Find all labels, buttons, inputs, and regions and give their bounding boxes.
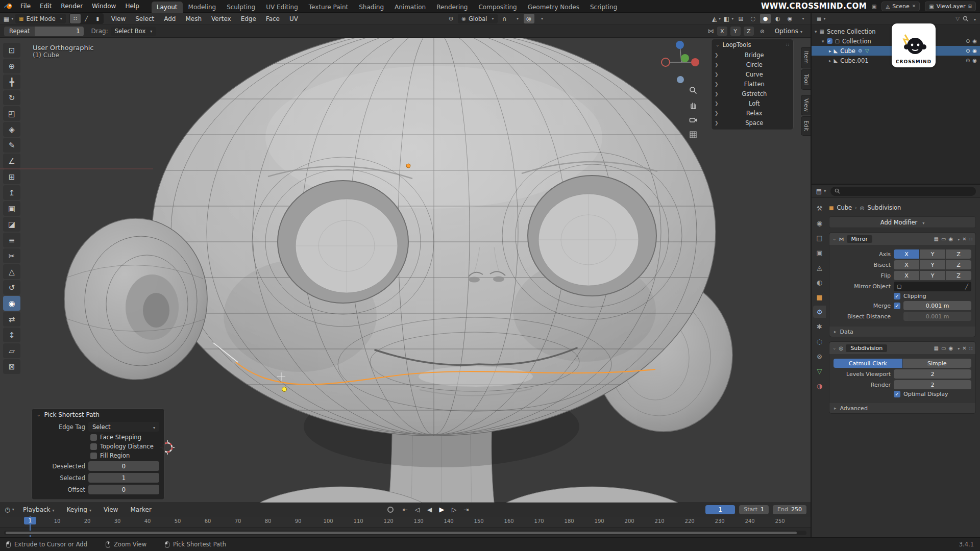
cube-hide-eye-icon[interactable]: ⊙: [966, 48, 970, 54]
mirror-flip-z[interactable]: Z: [946, 271, 971, 280]
camera-view-icon[interactable]: [688, 114, 699, 126]
menu-file[interactable]: File: [16, 2, 35, 11]
subdivision-modifier-name[interactable]: Subdivision: [846, 344, 887, 352]
jump-to-start-button[interactable]: ⇤: [400, 505, 411, 514]
tool-scale[interactable]: ◰: [3, 106, 20, 121]
navigation-gizmo[interactable]: [653, 38, 709, 89]
tool-bevel[interactable]: ◪: [3, 217, 20, 232]
workspace-tab-scripting[interactable]: Scripting: [585, 2, 622, 13]
mirror-render-toggle[interactable]: ◉: [948, 236, 953, 242]
tab-constraints[interactable]: ⊗: [813, 350, 826, 362]
subdivision-realtime-toggle[interactable]: ▭: [941, 345, 946, 351]
collection-render-icon[interactable]: ◉: [972, 38, 977, 44]
workspace-tab-animation[interactable]: Animation: [389, 2, 431, 13]
viewport-3d[interactable]: ⊡ ⊕ ╋ ↻ ◰ ◈ ✎ ∠ ⊞ ↥ ▣ ◪ ≡ ✂ △ ↺ ◉ ⇄ ↕ ▱ …: [0, 38, 811, 503]
looptools-circle[interactable]: ❯Circle: [712, 60, 793, 69]
shading-material-button[interactable]: ◐: [772, 14, 783, 23]
tool-move[interactable]: ╋: [3, 74, 20, 89]
workspace-tab-shading[interactable]: Shading: [354, 2, 389, 13]
workspace-tab-uv-editing[interactable]: UV Editing: [261, 2, 303, 13]
current-frame-field[interactable]: 1: [705, 505, 735, 514]
tab-view-layer[interactable]: ▣: [813, 246, 826, 259]
merge-value-field[interactable]: 0.001 m: [903, 301, 971, 310]
toggle-perspective-grid-icon[interactable]: [688, 129, 699, 140]
zoom-view-icon[interactable]: [688, 85, 699, 96]
timeline-view-menu[interactable]: View: [100, 505, 122, 514]
menu-uv[interactable]: UV: [285, 14, 302, 23]
frame-start-field[interactable]: Start1: [739, 505, 769, 514]
proportional-falloff-dropdown[interactable]: [536, 14, 547, 23]
vertex-select-mode-button[interactable]: ∷: [70, 14, 81, 23]
add-modifier-button[interactable]: Add Modifier: [829, 216, 976, 228]
catmull-clark-button[interactable]: Catmull-Clark: [834, 359, 902, 368]
mirror-realtime-toggle[interactable]: ▭: [941, 236, 946, 242]
tool-edge-slide[interactable]: ⇄: [3, 312, 20, 327]
tool-rotate[interactable]: ↻: [3, 90, 20, 105]
sidebar-tab-tool[interactable]: Tool: [801, 69, 811, 90]
tool-annotate[interactable]: ✎: [3, 138, 20, 153]
selected-value-field[interactable]: 1: [88, 473, 159, 483]
mirror-y-toggle[interactable]: Y: [730, 27, 741, 36]
workspace-tab-compositing[interactable]: Compositing: [473, 2, 522, 13]
subdivision-grip-icon[interactable]: ∷: [969, 345, 972, 351]
mirror-x-toggle[interactable]: X: [717, 27, 727, 36]
options-dropdown[interactable]: Options: [771, 27, 806, 36]
tool-measure[interactable]: ∠: [3, 154, 20, 168]
tool-cursor[interactable]: ⊕: [3, 59, 20, 73]
mirror-axis-z[interactable]: Z: [946, 249, 971, 259]
tool-add-cube[interactable]: ⊞: [3, 169, 20, 184]
properties-editor-type-button[interactable]: ▤: [816, 186, 826, 196]
panel-grip-icon[interactable]: ∷: [786, 42, 789, 47]
menu-mesh[interactable]: Mesh: [181, 14, 206, 23]
simple-button[interactable]: Simple: [903, 359, 972, 368]
timeline-ruler[interactable]: 1020304050607080901001101201301401501601…: [0, 516, 811, 528]
pan-view-hand-icon[interactable]: [688, 99, 699, 111]
workspace-tab-rendering[interactable]: Rendering: [431, 2, 473, 13]
tab-scene[interactable]: ◬: [813, 261, 826, 273]
face-stepping-checkbox[interactable]: [90, 434, 97, 441]
menu-select[interactable]: Select: [131, 14, 158, 23]
topology-distance-checkbox[interactable]: [90, 443, 97, 450]
viewlayer-selector[interactable]: ▣ ViewLayer ⊞: [925, 2, 976, 11]
mirror-modifier-name[interactable]: Mirror: [847, 235, 872, 243]
optimal-display-checkbox[interactable]: [894, 391, 900, 397]
properties-search-input[interactable]: [830, 187, 976, 196]
scene-selector[interactable]: ◬ Scene ✕: [881, 2, 920, 11]
scene-browse-icon[interactable]: ▣: [872, 4, 876, 9]
looptools-bridge[interactable]: ❯Bridge: [712, 50, 793, 60]
mirror-bisect-y[interactable]: Y: [920, 260, 945, 269]
menu-add[interactable]: Add: [160, 14, 180, 23]
marker-menu[interactable]: Marker: [126, 505, 155, 514]
mirror-close-icon[interactable]: ✕: [962, 236, 966, 242]
mirror-bisect-z[interactable]: Z: [946, 260, 971, 269]
looptools-space[interactable]: ❯Space: [712, 118, 793, 128]
workspace-tab-sculpting[interactable]: Sculpting: [222, 2, 260, 13]
blender-logo-icon[interactable]: [4, 2, 13, 11]
shading-rendered-button[interactable]: ◉: [785, 14, 795, 23]
tool-smooth[interactable]: ◉: [3, 296, 20, 311]
menu-help[interactable]: Help: [121, 2, 143, 11]
tab-output[interactable]: ▤: [813, 232, 826, 244]
subdivision-advanced-subpanel[interactable]: ▸ Advanced: [829, 403, 975, 413]
offset-value-field[interactable]: 0: [88, 485, 159, 494]
eyedropper-icon[interactable]: ╱: [965, 284, 968, 289]
timeline-scrollbar[interactable]: [4, 531, 806, 535]
mirror-axis-x[interactable]: X: [894, 249, 919, 259]
jump-to-end-button[interactable]: ⇥: [461, 505, 472, 514]
snap-settings-dropdown[interactable]: [511, 14, 522, 23]
render-levels-field[interactable]: 2: [894, 380, 971, 389]
subdivision-render-toggle[interactable]: ◉: [948, 345, 953, 351]
tool-extrude-region[interactable]: ↥: [3, 185, 20, 200]
fill-region-checkbox[interactable]: [90, 453, 97, 459]
mirror-grip-icon[interactable]: ∷: [969, 236, 972, 242]
looptools-gstretch[interactable]: ❯Gstretch: [712, 89, 793, 98]
breadcrumb-object[interactable]: Cube: [837, 204, 852, 211]
tool-knife[interactable]: ✂: [3, 248, 20, 263]
looptools-loft[interactable]: ❯Loft: [712, 98, 793, 108]
merge-checkbox[interactable]: [894, 303, 900, 309]
tab-object-data[interactable]: ▽: [813, 365, 826, 377]
tab-tool[interactable]: ⚒: [813, 202, 826, 214]
play-button[interactable]: ▶: [436, 505, 448, 514]
mirror-bisect-x[interactable]: X: [894, 260, 919, 269]
new-viewlayer-icon[interactable]: ⊞: [968, 4, 972, 9]
